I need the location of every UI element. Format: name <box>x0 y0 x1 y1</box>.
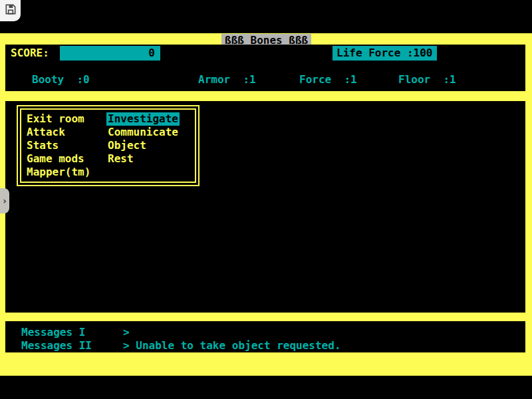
side-drawer-handle[interactable]: › <box>0 188 9 213</box>
stat-booty: Booty :0 <box>32 73 90 86</box>
floppy-disk-icon <box>4 3 17 19</box>
stat-armor: Armor :1 <box>198 73 256 86</box>
status-panel: SCORE: 0 Life Force :100 Booty :0 Armor … <box>5 45 525 91</box>
main-viewport: Exit room Attack Stats Game mods Mapper(… <box>5 101 525 313</box>
score-value: 0 <box>148 47 155 59</box>
life-force-badge: Life Force :100 <box>332 46 437 61</box>
game-screen: ßßß Bones ßßß SCORE: 0 Life Force :100 B… <box>0 33 532 376</box>
menu-item-stats[interactable]: Stats <box>27 139 59 152</box>
save-button[interactable] <box>0 0 21 21</box>
stat-floor: Floor :1 <box>398 73 456 86</box>
menu-item-object[interactable]: Object <box>108 139 146 152</box>
messages-1-label: Messages I <box>21 326 85 338</box>
score-label: SCORE: <box>11 47 49 59</box>
menu-item-game-mods[interactable]: Game mods <box>27 152 84 166</box>
stat-force: Force :1 <box>299 73 357 86</box>
menu-item-attack[interactable]: Attack <box>27 126 65 139</box>
messages-2-label: Messages II <box>21 339 92 352</box>
menu-item-rest[interactable]: Rest <box>108 152 134 166</box>
menu-item-communicate[interactable]: Communicate <box>108 126 178 139</box>
menu-column-2: Investigate Communicate Object Rest <box>108 112 180 182</box>
chevron-right-icon: › <box>2 196 7 206</box>
messages-2-content: > Unable to take object requested. <box>123 339 341 352</box>
menu-column-1: Exit room Attack Stats Game mods Mapper(… <box>27 112 108 182</box>
messages-1-content: > <box>123 326 130 338</box>
score-bar: 0 <box>60 46 160 61</box>
messages-panel: Messages I > Messages II > Unable to tak… <box>5 321 525 352</box>
command-menu: Exit room Attack Stats Game mods Mapper(… <box>17 105 200 186</box>
menu-item-investigate[interactable]: Investigate <box>106 112 180 126</box>
menu-item-mapper[interactable]: Mapper(tm) <box>27 166 90 179</box>
game-window: ßßß Bones ßßß SCORE: 0 Life Force :100 B… <box>0 0 532 399</box>
menu-item-exit-room[interactable]: Exit room <box>27 112 84 126</box>
